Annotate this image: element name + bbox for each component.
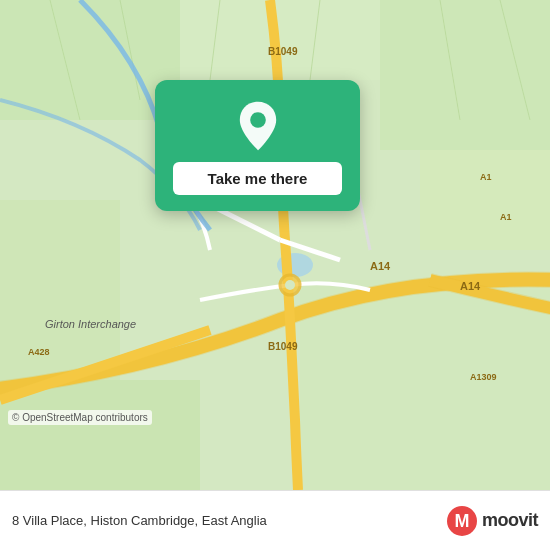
svg-rect-1 [0, 0, 180, 120]
svg-text:M: M [454, 511, 469, 531]
location-pin-icon [232, 100, 284, 152]
address-text: 8 Villa Place, Histon Cambridge, East An… [12, 513, 267, 528]
svg-rect-3 [380, 0, 550, 150]
svg-rect-4 [420, 150, 550, 250]
svg-rect-7 [0, 380, 200, 490]
svg-rect-6 [300, 280, 550, 490]
take-me-there-button[interactable]: Take me there [173, 162, 342, 195]
svg-text:A14: A14 [460, 280, 481, 292]
svg-text:A1: A1 [480, 172, 492, 182]
svg-point-16 [285, 280, 295, 290]
moovit-m-icon: M [446, 505, 478, 537]
moovit-brand-label: moovit [482, 510, 538, 531]
svg-text:A428: A428 [28, 347, 50, 357]
map-container: B1049 B1049 B1049 A14 A14 A1 A428 A1309 … [0, 0, 550, 490]
moovit-logo: M moovit [446, 505, 538, 537]
svg-text:A1309: A1309 [470, 372, 497, 382]
bottom-bar: 8 Villa Place, Histon Cambridge, East An… [0, 490, 550, 550]
osm-credit: © OpenStreetMap contributors [8, 410, 152, 425]
svg-text:B1049: B1049 [268, 341, 298, 352]
svg-text:A14: A14 [370, 260, 391, 272]
svg-point-26 [250, 112, 266, 128]
girton-interchange-label: Girton Interchange [45, 318, 136, 330]
take-me-there-card: Take me there [155, 80, 360, 211]
svg-text:B1049: B1049 [268, 46, 298, 57]
svg-text:A1: A1 [500, 212, 512, 222]
svg-rect-5 [0, 200, 120, 380]
